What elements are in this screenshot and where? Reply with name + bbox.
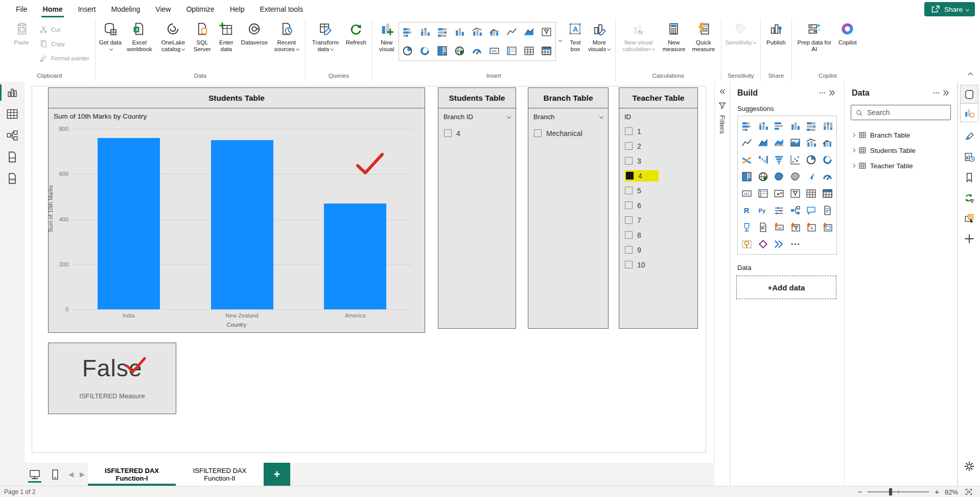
suggestion-line-chart[interactable]: [741, 138, 752, 148]
checkbox[interactable]: [625, 231, 633, 239]
zoom-in-button[interactable]: +: [935, 487, 939, 496]
chevron-right-icon[interactable]: [851, 148, 855, 152]
slicer-item-4[interactable]: 4: [444, 126, 511, 141]
text-box-button[interactable]: AText box: [565, 21, 586, 54]
selection-button[interactable]: [958, 208, 980, 229]
checkbox[interactable]: [625, 127, 633, 135]
suggestion-waterfall-chart[interactable]: [758, 154, 768, 165]
suggestion-100-stacked-column-chart[interactable]: [822, 121, 833, 131]
prep-data-for-ai-button[interactable]: Prep data for AI: [795, 21, 834, 54]
report-canvas[interactable]: Students Table Sum of 10th Marks by Coun…: [25, 82, 714, 463]
settings-button[interactable]: [958, 456, 980, 477]
menu-item-optimize[interactable]: Optimize: [178, 0, 222, 18]
more-options-button[interactable]: [931, 88, 941, 98]
new-measure-button[interactable]: New measure: [659, 21, 689, 54]
suggestion-funnel-chart[interactable]: [774, 154, 784, 165]
get-data-button[interactable]: Get data: [98, 21, 123, 54]
new-visual-calculation-button[interactable]: fxNew visual calculation: [618, 21, 659, 54]
copilot-button[interactable]: Copilot: [834, 21, 861, 47]
dataverse-button[interactable]: Dataverse: [238, 21, 271, 47]
suggestion-button-slicer[interactable]: [822, 222, 833, 233]
transform-data-button[interactable]: Transform data: [308, 21, 343, 54]
suggestion-arcgis-map[interactable]: [741, 239, 752, 250]
suggestion-new-card[interactable]: 123: [774, 222, 784, 233]
suggestion-line-stacked-column-chart[interactable]: [806, 138, 816, 148]
suggestion-pie-chart[interactable]: [806, 154, 816, 165]
checkbox-checked[interactable]: [626, 172, 634, 179]
suggestion-scatter-chart[interactable]: [790, 154, 801, 165]
suggestion-line-clustered-column-chart[interactable]: [822, 138, 833, 148]
branch-table-slicer[interactable]: Branch Table Branch Mechanical: [528, 87, 609, 329]
suggestion-100-stacked-bar-chart[interactable]: [806, 121, 816, 131]
next-page-button[interactable]: ▶: [77, 463, 88, 486]
checkbox[interactable]: [534, 129, 542, 137]
menu-item-insert[interactable]: Insert: [70, 0, 103, 18]
gallery-visual-slicer[interactable]: [541, 27, 552, 37]
onelake-catalog-button[interactable]: OneLake catalog: [156, 21, 190, 54]
sql-server-button[interactable]: SQL Server: [190, 21, 215, 54]
enter-data-button[interactable]: Enter data: [215, 21, 238, 54]
report-data-pane-button[interactable]: [961, 104, 978, 122]
quick-measure-button[interactable]: Quick measure: [689, 21, 718, 54]
checkbox[interactable]: [625, 142, 633, 150]
checkbox[interactable]: [625, 157, 633, 165]
search-box[interactable]: [851, 105, 951, 120]
suggestion-100-stacked-area-chart[interactable]: [790, 138, 801, 148]
suggestion-text-slicer[interactable]: A: [806, 222, 816, 233]
nav-tmdl-view[interactable]: TMDL: [0, 168, 25, 189]
slicer-item-6[interactable]: 6: [624, 198, 693, 213]
menu-item-home[interactable]: Home: [35, 0, 71, 18]
recent-sources-button[interactable]: Recent sources: [271, 21, 302, 54]
slicer-item-8[interactable]: 8: [624, 228, 693, 242]
gallery-visual-line-stacked-column-chart[interactable]: [472, 27, 482, 37]
table-node-students-table[interactable]: Students Table: [845, 143, 957, 158]
suggestion-smart-narrative[interactable]: [822, 205, 833, 216]
slicer-field-row[interactable]: Branch: [533, 113, 604, 121]
slicer-item-Mechanical[interactable]: Mechanical: [533, 126, 604, 141]
copy-button[interactable]: Copy: [36, 37, 92, 50]
slicer-item-9[interactable]: 9: [624, 242, 693, 257]
collapse-pane-button[interactable]: [827, 88, 837, 98]
more-visuals-button[interactable]: More visuals: [586, 21, 613, 54]
suggestion-gauge[interactable]: [822, 171, 833, 182]
publish-button[interactable]: Publish: [763, 21, 789, 47]
gallery-visual-stacked-column-chart[interactable]: [419, 27, 430, 37]
gallery-visual-area-chart[interactable]: [524, 27, 534, 37]
suggestion-table[interactable]: [806, 188, 816, 199]
fit-to-page-icon[interactable]: [964, 488, 974, 496]
checkbox[interactable]: [625, 216, 633, 224]
suggestion-matrix[interactable]: [822, 188, 833, 199]
chevron-down-icon[interactable]: [599, 115, 604, 119]
expand-filters-button[interactable]: [718, 87, 727, 96]
menu-item-external-tools[interactable]: External tools: [252, 0, 311, 18]
suggestion-shape-map[interactable]: [790, 171, 801, 182]
suggestion-stacked-column-chart[interactable]: [758, 121, 768, 131]
slicer-item-7[interactable]: 7: [624, 213, 693, 228]
format-painter-button[interactable]: Format painter: [36, 52, 92, 64]
page-tab-isfiltered-dax-function-i[interactable]: ISFILTERED DAX Function-I: [88, 463, 176, 486]
checkbox[interactable]: [444, 129, 452, 137]
add-button[interactable]: [958, 229, 980, 249]
add-data-button[interactable]: +Add data: [736, 276, 836, 299]
new-page-button[interactable]: +: [264, 463, 290, 486]
suggestion-power-apps[interactable]: [758, 239, 768, 250]
gallery-more-button[interactable]: [556, 36, 565, 47]
new-visual-button[interactable]: New visual: [375, 21, 399, 54]
gallery-visual-clustered-column-chart[interactable]: [454, 27, 465, 37]
share-button[interactable]: Share: [924, 2, 975, 16]
suggestion-new-slicer[interactable]: [790, 222, 801, 233]
gallery-visual-treemap[interactable]: [437, 46, 448, 56]
menu-item-help[interactable]: Help: [222, 0, 252, 18]
suggestion-stacked-area-chart[interactable]: [774, 138, 784, 148]
gallery-visual-pie-chart[interactable]: [402, 46, 413, 56]
filter-funnel-icon[interactable]: [718, 101, 727, 110]
nav-report-view[interactable]: [0, 82, 25, 103]
suggestion-more-options[interactable]: [790, 239, 801, 250]
suggestion-area-chart[interactable]: [758, 138, 768, 148]
gallery-visual-stacked-bar-chart[interactable]: [402, 27, 413, 37]
performance-analyzer-button[interactable]: [958, 147, 980, 167]
students-table-slicer[interactable]: Students Table Branch ID 4: [438, 87, 516, 329]
slicer-field-row[interactable]: Branch ID: [444, 113, 511, 121]
gallery-visual-100-stacked-bar-chart[interactable]: [437, 27, 448, 37]
suggestion-decomposition-tree[interactable]: [790, 205, 801, 216]
